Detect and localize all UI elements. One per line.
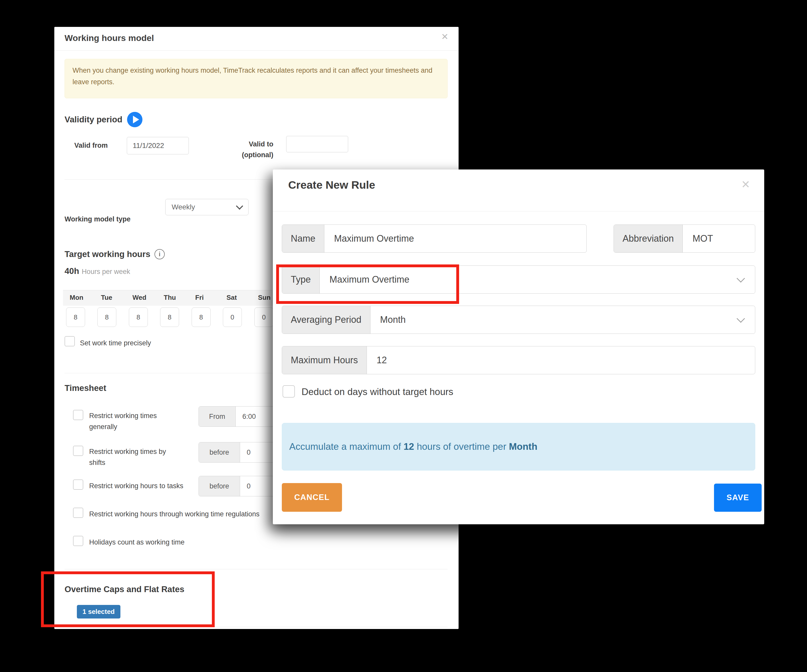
restrict-hours-regulations-label: Restrict working hours through working t…	[89, 509, 289, 520]
before-addon: before	[199, 476, 240, 496]
cancel-button[interactable]: CANCEL	[282, 483, 342, 512]
maximum-hours-field-group: Maximum Hours 12	[282, 346, 755, 374]
type-label: Type	[282, 266, 320, 293]
abbreviation-field-group: Abbreviation MOT	[614, 225, 755, 253]
summary-prefix: Accumulate a maximum of	[289, 441, 404, 452]
save-button[interactable]: SAVE	[714, 483, 762, 512]
restrict-times-generally-label: Restrict working times generally	[89, 410, 179, 432]
maximum-hours-label: Maximum Hours	[282, 346, 367, 374]
red-highlight-overtime-section	[41, 571, 215, 627]
holidays-count-label: Holidays count as working time	[89, 537, 289, 548]
before-shifts-group[interactable]: before 0	[199, 442, 285, 463]
selected-count-badge[interactable]: 1 selected	[77, 605, 120, 619]
day-hours-input-sun[interactable]	[254, 308, 273, 327]
restrict-times-by-shifts-checkbox[interactable]	[73, 446, 83, 456]
valid-to-label: Valid to (optional)	[231, 139, 273, 161]
maximum-hours-input[interactable]: 12	[367, 346, 755, 374]
abbreviation-input[interactable]: MOT	[683, 225, 755, 252]
summary-period: Month	[509, 441, 538, 452]
play-icon[interactable]	[127, 112, 143, 127]
close-icon[interactable]: ✕	[741, 178, 750, 191]
name-label: Name	[282, 225, 324, 252]
day-hours-input-thu[interactable]	[160, 308, 179, 327]
day-hours-input-tue[interactable]	[97, 308, 116, 327]
name-field-group: Name Maximum Overtime	[282, 225, 587, 253]
validity-period-heading: Validity period	[65, 112, 143, 127]
overtime-caps-heading: Overtime Caps and Flat Rates	[65, 584, 184, 594]
weekly-total-hours: 40hHours per week	[65, 266, 130, 276]
before-tasks-group[interactable]: before 0	[199, 476, 285, 497]
day-hours-input-fri[interactable]	[192, 308, 211, 327]
dialog-title: Working hours model	[65, 33, 154, 43]
working-model-type-value: Weekly	[172, 203, 195, 211]
abbreviation-label: Abbreviation	[614, 225, 683, 252]
rule-summary-infobox: Accumulate a maximum of 12 hours of over…	[282, 423, 755, 470]
screen-background: Working hours model ✕ When you change ex…	[0, 0, 807, 672]
type-selected-value[interactable]: Maximum Overtime	[320, 266, 755, 293]
deduct-days-checkbox[interactable]	[282, 385, 295, 397]
total-hours-value: 40h	[65, 266, 79, 276]
modal-header-divider	[273, 211, 764, 212]
restrict-times-generally-checkbox[interactable]	[73, 410, 83, 420]
validity-period-label: Validity period	[65, 115, 123, 124]
day-label-fri: Fri	[195, 294, 218, 301]
day-label-thu: Thu	[164, 294, 187, 301]
name-input[interactable]: Maximum Overtime	[324, 225, 586, 252]
valid-from-label: Valid from	[74, 142, 108, 149]
warning-banner: When you change existing working hours m…	[65, 59, 448, 98]
close-icon[interactable]: ✕	[441, 31, 448, 42]
from-addon: From	[199, 407, 236, 427]
averaging-period-select-group[interactable]: Averaging Period Month	[282, 306, 755, 334]
deduct-days-label: Deduct on days without target hours	[302, 387, 453, 397]
day-label-tue: Tue	[101, 294, 124, 301]
type-select-group[interactable]: Type Maximum Overtime	[282, 265, 755, 294]
set-work-time-precisely-checkbox[interactable]	[65, 336, 75, 346]
restrict-hours-to-tasks-checkbox[interactable]	[73, 480, 83, 490]
section-divider	[65, 569, 448, 569]
day-label-sat: Sat	[226, 294, 249, 301]
day-hours-input-sat[interactable]	[223, 308, 242, 327]
chevron-down-icon	[236, 202, 243, 210]
averaging-period-selected-value[interactable]: Month	[370, 306, 755, 334]
restrict-times-by-shifts-label: Restrict working times by shifts	[89, 446, 179, 468]
restrict-hours-regulations-checkbox[interactable]	[73, 508, 83, 518]
day-label-mon: Mon	[70, 294, 93, 301]
day-hours-input-wed[interactable]	[129, 308, 148, 327]
valid-to-input[interactable]	[286, 136, 348, 152]
set-work-time-precisely-label: Set work time precisely	[80, 338, 151, 349]
working-model-type-select[interactable]: Weekly	[165, 199, 249, 215]
create-new-rule-dialog: Create New Rule ✕ Name Maximum Overtime …	[273, 169, 764, 524]
working-model-type-label: Working model type	[65, 215, 131, 223]
holidays-count-checkbox[interactable]	[73, 536, 83, 546]
info-icon[interactable]: i	[154, 249, 165, 259]
valid-from-input[interactable]	[127, 137, 189, 154]
summary-middle: hours of overtime per	[414, 441, 509, 452]
before-addon: before	[199, 442, 240, 462]
hours-per-week-label: Hours per week	[82, 268, 130, 275]
summary-hours: 12	[404, 441, 414, 452]
modal-title: Create New Rule	[288, 179, 375, 191]
restrict-times-from-group[interactable]: From 6:00	[199, 406, 285, 427]
day-hours-input-mon[interactable]	[66, 308, 85, 327]
averaging-period-label: Averaging Period	[282, 306, 370, 334]
header-divider	[54, 50, 458, 51]
day-label-wed: Wed	[133, 294, 156, 301]
timesheet-heading: Timesheet	[65, 383, 106, 393]
target-working-hours-heading: Target working hours i	[65, 249, 165, 259]
